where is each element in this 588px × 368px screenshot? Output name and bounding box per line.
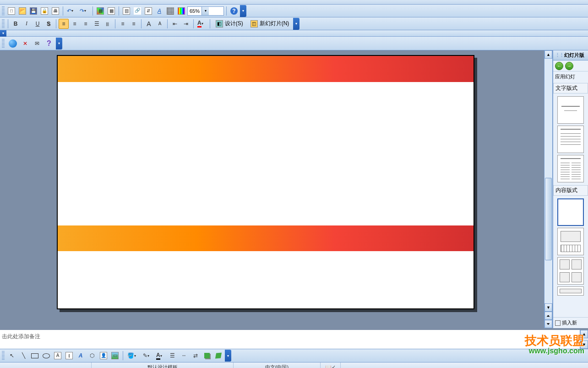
save-button[interactable]: 💾: [28, 6, 38, 16]
help-button[interactable]: ?: [229, 6, 239, 16]
layout-blank[interactable]: [557, 198, 584, 226]
align-center-button[interactable]: ≡: [70, 19, 80, 29]
review-help-button[interactable]: ?: [44, 38, 54, 49]
hyperlink-button[interactable]: 🔗: [132, 6, 142, 16]
3d-style-button[interactable]: [213, 351, 223, 361]
dropdown-arrow-icon[interactable]: ▾: [147, 354, 152, 358]
permission-button[interactable]: 🔒: [39, 6, 49, 16]
content-layouts-group: [553, 197, 588, 317]
dropdown-arrow-icon[interactable]: ▾: [71, 9, 76, 13]
rectangle-button[interactable]: [30, 351, 40, 361]
layout-two-column[interactable]: [557, 155, 584, 182]
new-button[interactable]: □: [6, 6, 16, 16]
shadow-button[interactable]: S: [44, 19, 54, 29]
open-button[interactable]: 📂: [17, 6, 27, 16]
notes-input[interactable]: 击此处添加备注: [0, 330, 580, 349]
insert-new-slide-checkbox[interactable]: 插入新: [553, 317, 588, 328]
layout-title-only[interactable]: [557, 126, 584, 153]
toolbar-handle[interactable]: [2, 351, 5, 360]
scroll-track[interactable]: [544, 59, 552, 303]
increase-indent-button[interactable]: ⇥: [181, 19, 191, 29]
vertical-textbox-icon: ⫿: [65, 352, 73, 359]
diagram-button[interactable]: ⬡: [87, 351, 97, 361]
layout-content-3[interactable]: [557, 286, 584, 296]
review-mail-button[interactable]: ✉: [32, 38, 42, 49]
underline-button[interactable]: U: [33, 19, 43, 29]
scroll-down-button[interactable]: ▼: [580, 341, 588, 349]
align-left-button[interactable]: ≡: [59, 19, 69, 29]
wordart-button[interactable]: A: [76, 351, 86, 361]
redo-button[interactable]: ↷▾: [78, 6, 90, 16]
toolbar-options[interactable]: ▾: [293, 18, 299, 30]
select-button[interactable]: ↖: [7, 351, 17, 361]
next-slide-button[interactable]: ⏷: [544, 320, 552, 328]
toolbar-options[interactable]: ▾: [56, 38, 62, 49]
layout-content[interactable]: [557, 228, 584, 255]
toolbar-handle[interactable]: [2, 6, 5, 16]
zoom-combo[interactable]: 65% ▾: [187, 6, 224, 16]
show-formatting-button[interactable]: A: [154, 6, 164, 16]
toolbar-options[interactable]: ▾: [240, 5, 246, 17]
picture-button[interactable]: ▭: [110, 351, 120, 361]
line-color-button[interactable]: ✎▾: [142, 351, 153, 361]
slide-canvas[interactable]: [57, 55, 474, 309]
slide-lower-band: [58, 225, 474, 251]
distributed-button[interactable]: ☰: [92, 19, 102, 29]
decrease-indent-button[interactable]: ⇤: [170, 19, 180, 29]
color-button[interactable]: [176, 6, 186, 16]
italic-button[interactable]: I: [22, 19, 32, 29]
align-right-button[interactable]: ≡: [81, 19, 91, 29]
outline-toggle[interactable]: ▾: [0, 30, 6, 37]
dash-style-button[interactable]: ┄: [179, 351, 189, 361]
increase-font-button[interactable]: A: [144, 19, 154, 29]
nav-back-button[interactable]: ←: [555, 62, 563, 70]
outline-bar: ▾: [0, 30, 588, 37]
expand-all-button[interactable]: ⇵: [143, 6, 153, 16]
dropdown-arrow-icon[interactable]: ▾: [160, 354, 165, 358]
dropdown-arrow-icon[interactable]: ▾: [201, 22, 206, 26]
layout-title-slide[interactable]: [557, 96, 584, 124]
columns-button[interactable]: ⫼: [103, 19, 113, 29]
arrow-style-button[interactable]: ⇄: [191, 351, 201, 361]
insert-chart-button[interactable]: ▦: [95, 6, 105, 16]
layout-content-2[interactable]: [557, 257, 584, 285]
textbox-button[interactable]: A: [53, 351, 63, 361]
new-slide-button[interactable]: ◫ 新幻灯片(N): [247, 19, 293, 29]
prev-slide-button[interactable]: ⏶: [544, 312, 552, 320]
toolbar-options[interactable]: ▾: [225, 350, 231, 362]
clipart-button[interactable]: 👤: [98, 351, 109, 361]
dropdown-arrow-icon[interactable]: ▾: [134, 354, 139, 358]
toolbar-handle[interactable]: [2, 19, 5, 28]
decrease-font-button[interactable]: A: [155, 19, 165, 29]
grid-button[interactable]: [165, 6, 175, 16]
toolbar-handle[interactable]: [2, 39, 5, 48]
insert-table-button[interactable]: ▦: [106, 6, 116, 16]
bold-button[interactable]: B: [11, 19, 21, 29]
dropdown-arrow-icon[interactable]: ▾: [201, 7, 209, 15]
vertical-textbox-button[interactable]: ⫿: [64, 351, 74, 361]
numbering-button[interactable]: ≡: [118, 19, 128, 29]
undo-button[interactable]: ↶▾: [65, 6, 77, 16]
scroll-up-button[interactable]: ▲: [580, 330, 588, 338]
fill-color-button[interactable]: 🪣▾: [126, 351, 140, 361]
design-button[interactable]: ◧ 设计(S): [212, 19, 246, 29]
text-color-button[interactable]: A▾: [155, 351, 166, 361]
status-spellcheck[interactable]: 📖✓: [321, 363, 341, 368]
line-style-button[interactable]: ☰: [168, 351, 178, 361]
bullets-button[interactable]: ≡: [129, 19, 139, 29]
review-delete-button[interactable]: ✕: [20, 38, 30, 49]
tables-icon: ▥: [123, 7, 130, 15]
separator: [8, 19, 8, 28]
line-button[interactable]: ╲: [18, 351, 28, 361]
review-globe-button[interactable]: [7, 38, 18, 49]
nav-forward-button[interactable]: →: [565, 62, 573, 70]
font-color-button[interactable]: A▾: [196, 19, 207, 29]
tables-borders-button[interactable]: ▥: [121, 6, 131, 16]
dropdown-arrow-icon[interactable]: ▾: [84, 9, 89, 13]
scroll-down-button[interactable]: ▼: [544, 303, 552, 312]
print-button[interactable]: 🖶: [50, 6, 60, 16]
shadow-style-button[interactable]: [202, 351, 212, 361]
scroll-up-button[interactable]: ▲: [544, 50, 552, 59]
scroll-thumb[interactable]: [545, 178, 552, 260]
oval-button[interactable]: [41, 351, 51, 361]
